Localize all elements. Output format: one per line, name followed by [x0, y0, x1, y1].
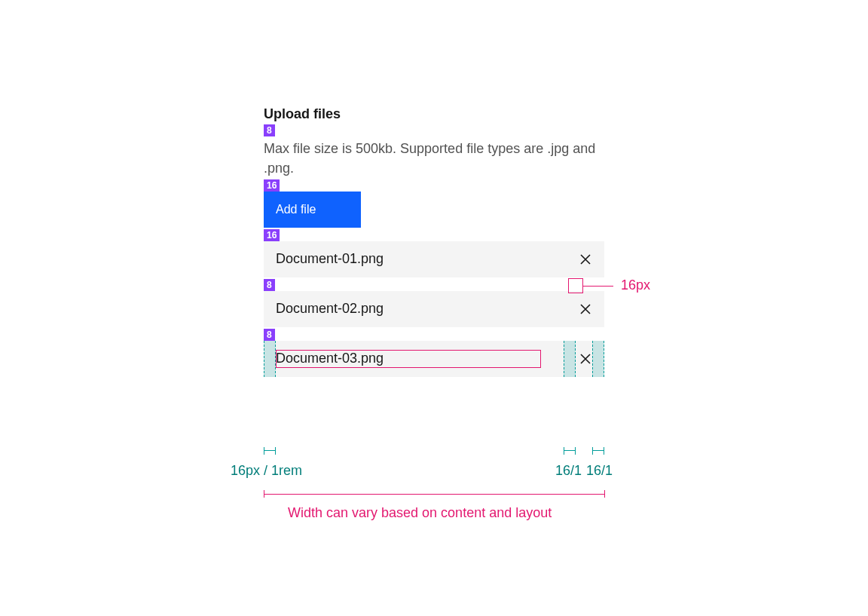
- padding-label-mid: 16/1: [555, 463, 582, 479]
- file-row: Document-02.png: [264, 291, 604, 327]
- close-icon-spec-box: [568, 278, 583, 293]
- width-spec-tick: [604, 490, 605, 498]
- spacing-token-8: 8: [264, 124, 275, 136]
- padding-spec-mid: [564, 341, 576, 377]
- spacing-token-8: 8: [264, 279, 275, 291]
- width-spec-label: Width can vary based on content and layo…: [288, 505, 552, 521]
- close-icon: [579, 303, 591, 315]
- close-icon: [579, 253, 591, 265]
- width-spec-line: [264, 494, 604, 495]
- close-icon: [579, 353, 591, 365]
- file-uploader: Upload files 8 Max file size is 500kb. S…: [264, 106, 604, 377]
- spacing-token-8: 8: [264, 329, 275, 341]
- filename-bounding-box: [276, 350, 541, 368]
- padding-spec-left: [264, 341, 276, 377]
- file-row: Document-01.png: [264, 241, 604, 277]
- file-name: Document-02.png: [276, 301, 384, 317]
- file-name: Document-01.png: [276, 251, 384, 267]
- remove-file-button[interactable]: [579, 352, 592, 366]
- uploader-helper-text: Max file size is 500kb. Supported file t…: [264, 139, 604, 177]
- annotation-leader-line: [583, 286, 613, 287]
- padding-bracket-left: [264, 447, 276, 455]
- spacing-token-16: 16: [264, 179, 280, 192]
- close-icon-size-label: 16px: [621, 277, 650, 293]
- padding-bracket-mid: [564, 447, 576, 455]
- padding-label-right: 16/1: [586, 463, 613, 479]
- add-file-button-label: Add file: [276, 203, 316, 216]
- padding-bracket-right: [592, 447, 604, 455]
- add-file-button[interactable]: Add file: [264, 192, 361, 228]
- uploader-heading: Upload files: [264, 106, 604, 123]
- remove-file-button[interactable]: [579, 302, 592, 316]
- file-row: Document-03.png: [264, 341, 604, 377]
- spacing-token-16: 16: [264, 229, 280, 241]
- padding-spec-right: [592, 341, 604, 377]
- remove-file-button[interactable]: [579, 253, 592, 266]
- padding-label-left: 16px / 1rem: [231, 463, 302, 479]
